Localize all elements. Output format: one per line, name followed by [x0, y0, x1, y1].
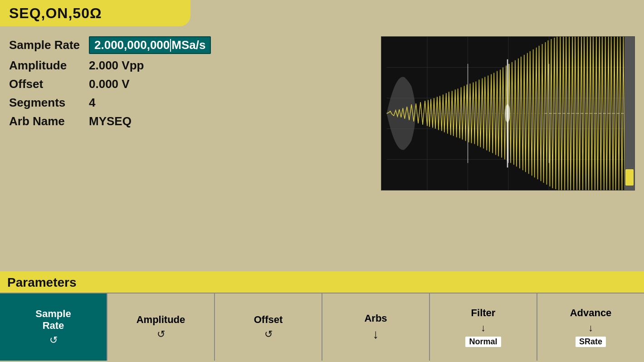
arrow-down-advance: ↓	[588, 322, 593, 334]
btn-arbs[interactable]: Arbs ↓	[322, 294, 430, 361]
btn-amplitude-label: Amplitude	[137, 314, 185, 326]
parameters-header: Parameters	[0, 273, 644, 293]
bottom-buttons: SampleRate ↺ Amplitude ↺ Offset ↺ Arbs ↓…	[0, 293, 644, 361]
amplitude-row: Amplitude 2.000 Vpp	[9, 59, 370, 73]
sample-rate-value: 2.000,000,000	[94, 38, 170, 52]
waveform-svg	[381, 37, 634, 190]
rotate-icon-offset: ↺	[264, 328, 273, 340]
btn-advance-label: Advance	[570, 307, 612, 319]
parameters-section: Parameters SampleRate ↺ Amplitude ↺ Offs…	[0, 271, 644, 362]
btn-arbs-label: Arbs	[364, 313, 387, 324]
btn-sample-rate-label: SampleRate	[35, 308, 71, 332]
arrow-down-filter: ↓	[481, 322, 486, 334]
parameters-title: Parameters	[7, 275, 77, 290]
sample-rate-row: Sample Rate 2.000,000,000MSa/s	[9, 36, 370, 54]
arb-name-label: Arb Name	[9, 114, 82, 128]
sample-rate-input[interactable]: 2.000,000,000MSa/s	[89, 36, 211, 54]
main-area: Sample Rate 2.000,000,000MSa/s Amplitude…	[0, 0, 644, 271]
segments-row: Segments 4	[9, 96, 370, 110]
arb-name-value: MYSEQ	[89, 114, 132, 128]
segments-value: 4	[89, 96, 95, 110]
btn-advance[interactable]: Advance ↓ SRate	[537, 294, 644, 361]
header-title: SEQ,ON,50Ω	[9, 5, 102, 22]
text-cursor	[170, 39, 171, 52]
btn-offset[interactable]: Offset ↺	[215, 294, 322, 361]
offset-value: 0.000 V	[89, 77, 130, 91]
btn-advance-sublabel: SRate	[576, 337, 606, 347]
header-tab: SEQ,ON,50Ω	[0, 0, 190, 26]
svg-point-17	[505, 104, 510, 122]
btn-sample-rate[interactable]: SampleRate ↺	[0, 294, 107, 361]
scroll-thumb[interactable]	[625, 169, 634, 186]
btn-offset-label: Offset	[254, 314, 283, 326]
offset-row: Offset 0.000 V	[9, 77, 370, 91]
amplitude-label: Amplitude	[9, 59, 82, 73]
sample-rate-label: Sample Rate	[9, 38, 82, 52]
waveform-display	[381, 36, 635, 191]
offset-label: Offset	[9, 77, 82, 91]
btn-filter[interactable]: Filter ↓ Normal	[430, 294, 537, 361]
btn-filter-label: Filter	[471, 307, 496, 319]
btn-filter-sublabel: Normal	[465, 337, 501, 347]
amplitude-value: 2.000 Vpp	[89, 59, 144, 73]
arb-name-row: Arb Name MYSEQ	[9, 114, 370, 128]
segments-label: Segments	[9, 96, 82, 110]
btn-amplitude[interactable]: Amplitude ↺	[107, 294, 215, 361]
rotate-icon-amplitude: ↺	[157, 328, 165, 340]
info-panel: Sample Rate 2.000,000,000MSa/s Amplitude…	[9, 32, 370, 271]
arrow-down-arbs: ↓	[373, 327, 379, 342]
waveform-scrollbar[interactable]	[624, 37, 634, 190]
sample-rate-unit: MSa/s	[171, 38, 205, 52]
rotate-icon-sample-rate: ↺	[49, 334, 58, 346]
